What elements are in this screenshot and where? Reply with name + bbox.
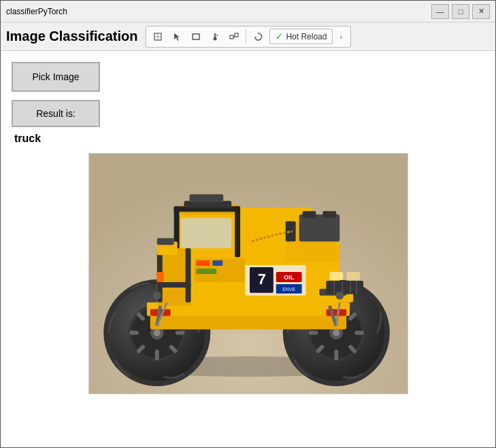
svg-rect-95 (189, 194, 223, 203)
minimize-button[interactable]: — (431, 4, 449, 19)
svg-rect-63 (185, 248, 191, 303)
image-container: 7 OIL ENVE (12, 153, 484, 436)
maximize-button[interactable]: □ (452, 4, 469, 19)
svg-rect-3 (193, 34, 199, 39)
result-value: truck (14, 133, 484, 145)
svg-line-43 (350, 347, 354, 351)
svg-point-84 (152, 292, 161, 300)
pick-image-button[interactable]: Pick Image (12, 62, 100, 92)
svg-rect-59 (323, 211, 336, 218)
toolbar-refresh-icon[interactable] (249, 28, 267, 46)
toolbar-collapse-button[interactable]: ‹ (334, 28, 348, 46)
pick-image-label: Pick Image (32, 71, 79, 82)
rect-svg (191, 32, 201, 41)
hot-reload-label: Hot Reload (286, 32, 327, 41)
svg-text:ENVE: ENVE (282, 287, 295, 292)
toolbar: Image Classification (1, 22, 495, 51)
svg-rect-58 (302, 211, 316, 218)
svg-rect-88 (212, 260, 222, 266)
svg-rect-64 (156, 282, 191, 288)
svg-line-42 (318, 347, 322, 351)
svg-rect-5 (214, 33, 216, 38)
svg-line-28 (138, 347, 142, 351)
title-bar: classifierPyTorch — □ ✕ (1, 1, 495, 22)
svg-rect-97 (156, 238, 173, 245)
toolbar-rect-icon[interactable] (187, 28, 205, 46)
svg-point-32 (153, 330, 160, 337)
svg-rect-78 (326, 281, 363, 294)
app-window: classifierPyTorch — □ ✕ Image Classifica… (0, 0, 496, 448)
svg-rect-77 (346, 272, 360, 280)
result-label: Result is: (36, 108, 76, 119)
svg-point-85 (335, 292, 344, 300)
hot-reload-check-icon: ✓ (276, 31, 283, 41)
pointer-svg (172, 32, 182, 41)
window-title: classifierPyTorch (6, 7, 431, 16)
main-content: Pick Image Result is: truck (1, 51, 495, 447)
toolbar-sensor-icon[interactable] (206, 28, 224, 46)
toolbar-icons-group: ✓ Hot Reload ‹ (146, 26, 351, 48)
hot-reload-button[interactable]: ✓ Hot Reload (269, 29, 333, 44)
page-title: Image Classification (6, 29, 137, 44)
svg-line-30 (138, 315, 142, 319)
svg-text:7: 7 (257, 271, 265, 288)
close-icon: ✕ (478, 7, 484, 16)
svg-point-15 (379, 193, 381, 195)
result-badge: Result is: (12, 100, 100, 127)
svg-rect-76 (329, 272, 343, 280)
svg-rect-54 (235, 207, 240, 258)
toolbar-pointer-icon[interactable] (168, 28, 186, 46)
maximize-icon: □ (459, 7, 463, 16)
sensor-svg (210, 32, 220, 41)
svg-rect-89 (196, 269, 216, 274)
svg-point-12 (169, 186, 171, 188)
svg-rect-57 (299, 214, 340, 241)
transform-svg (229, 32, 239, 41)
chevron-left-icon: ‹ (340, 33, 343, 41)
toolbar-transform-icon[interactable] (225, 28, 243, 46)
svg-line-41 (350, 315, 354, 319)
svg-rect-83 (156, 272, 163, 282)
svg-point-14 (324, 179, 327, 182)
truck-svg-illustration: 7 OIL ENVE (89, 154, 408, 394)
svg-rect-60 (180, 218, 231, 248)
svg-point-13 (223, 166, 226, 169)
svg-rect-66 (326, 309, 346, 316)
svg-line-29 (171, 347, 175, 351)
cursor-svg (153, 32, 163, 41)
svg-point-46 (333, 330, 340, 337)
toolbar-divider (246, 29, 246, 44)
svg-rect-9 (235, 33, 238, 37)
truck-image: 7 OIL ENVE (88, 153, 408, 394)
toolbar-cursor-icon[interactable] (149, 28, 167, 46)
window-controls: — □ ✕ (431, 4, 490, 19)
close-button[interactable]: ✕ (472, 4, 490, 19)
refresh-svg (253, 32, 263, 41)
svg-point-11 (122, 173, 125, 175)
svg-rect-87 (196, 260, 210, 266)
svg-text:OIL: OIL (284, 274, 294, 281)
minimize-icon: — (437, 7, 444, 16)
svg-rect-8 (230, 35, 233, 39)
